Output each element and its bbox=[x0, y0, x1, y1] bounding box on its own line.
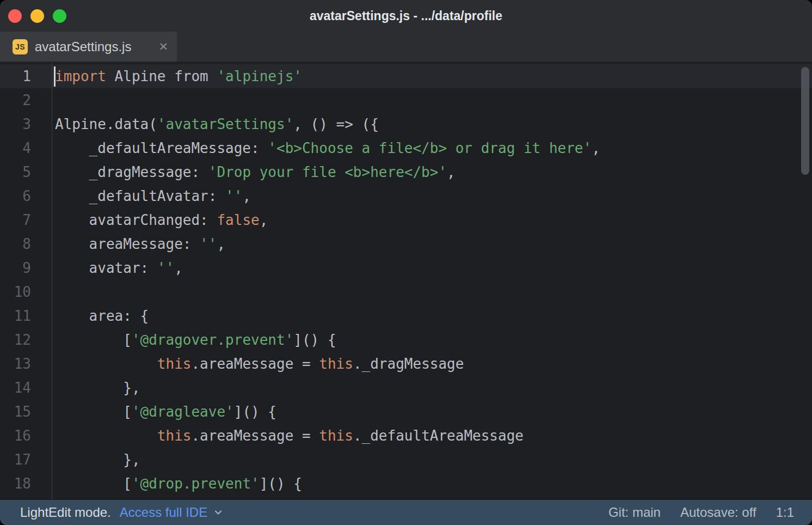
code-text: this.areaMessage = this._dragMessage bbox=[52, 352, 464, 376]
code-line[interactable]: 9 avatar: '', bbox=[0, 256, 812, 280]
caret-position[interactable]: 1:1 bbox=[776, 505, 794, 520]
code-line[interactable]: 4 _defaultAreaMessage: '<b>Choose a file… bbox=[0, 136, 812, 160]
line-number: 13 bbox=[0, 352, 52, 376]
code-line[interactable]: 16 this.areaMessage = this._defaultAreaM… bbox=[0, 424, 812, 448]
code-line[interactable]: 10 bbox=[0, 280, 812, 304]
code-text: ['@drop.prevent']() { bbox=[52, 472, 302, 496]
code-line[interactable]: 2 bbox=[0, 88, 812, 112]
line-number: 16 bbox=[0, 424, 52, 448]
line-number: 3 bbox=[0, 112, 52, 136]
code-line[interactable]: 17 }, bbox=[0, 448, 812, 472]
line-number: 18 bbox=[0, 472, 52, 496]
line-number: 9 bbox=[0, 256, 52, 280]
code-line[interactable]: 14 }, bbox=[0, 376, 812, 400]
gutter-separator bbox=[52, 62, 52, 500]
chevron-down-icon bbox=[212, 506, 224, 518]
js-file-icon: JS bbox=[13, 39, 28, 54]
window-title: avatarSettings.js - .../data/profile bbox=[0, 9, 812, 23]
code-lines: 1import Alpine from 'alpinejs'23Alpine.d… bbox=[0, 64, 812, 496]
autosave-status[interactable]: Autosave: off bbox=[680, 505, 756, 520]
code-line[interactable]: 5 _dragMessage: 'Drop your file <b>here<… bbox=[0, 160, 812, 184]
code-line[interactable]: 1import Alpine from 'alpinejs' bbox=[0, 64, 812, 88]
code-line[interactable]: 12 ['@dragover.prevent']() { bbox=[0, 328, 812, 352]
close-tab-icon[interactable]: ✕ bbox=[158, 41, 168, 52]
lightedit-mode-label: LightEdit mode. bbox=[20, 505, 111, 520]
code-text: ['@dragleave']() { bbox=[52, 400, 276, 424]
traffic-lights bbox=[0, 9, 66, 23]
code-line[interactable]: 11 area: { bbox=[0, 304, 812, 328]
minimize-window-button[interactable] bbox=[30, 9, 44, 23]
tab-label: avatarSettings.js bbox=[35, 39, 151, 54]
close-window-button[interactable] bbox=[8, 9, 22, 23]
text-caret bbox=[54, 66, 56, 87]
access-full-ide-link[interactable]: Access full IDE bbox=[120, 505, 224, 520]
code-text: _defaultAreaMessage: '<b>Choose a file</… bbox=[52, 136, 600, 160]
code-text: Alpine.data('avatarSettings', () => ({ bbox=[52, 112, 379, 136]
line-number: 10 bbox=[0, 280, 52, 304]
code-line[interactable]: 3Alpine.data('avatarSettings', () => ({ bbox=[0, 112, 812, 136]
status-bar-right: Git: main Autosave: off 1:1 bbox=[608, 505, 794, 520]
code-line[interactable]: 15 ['@dragleave']() { bbox=[0, 400, 812, 424]
code-text: ['@dragover.prevent']() { bbox=[52, 328, 336, 352]
access-full-ide-label: Access full IDE bbox=[120, 505, 207, 520]
line-number: 8 bbox=[0, 232, 52, 256]
line-number: 1 bbox=[0, 64, 52, 88]
line-number: 6 bbox=[0, 184, 52, 208]
code-text: avatarChanged: false, bbox=[52, 208, 268, 232]
git-branch-status[interactable]: Git: main bbox=[608, 505, 661, 520]
code-text: }, bbox=[52, 376, 140, 400]
code-line[interactable]: 18 ['@drop.prevent']() { bbox=[0, 472, 812, 496]
code-text: area: { bbox=[52, 304, 149, 328]
tab-bar: JS avatarSettings.js ✕ bbox=[0, 32, 812, 62]
code-text: avatar: '', bbox=[52, 256, 183, 280]
scrollbar[interactable] bbox=[801, 67, 809, 175]
line-number: 5 bbox=[0, 160, 52, 184]
code-text: _defaultAvatar: '', bbox=[52, 184, 251, 208]
code-text: import Alpine from 'alpinejs' bbox=[52, 64, 302, 88]
code-line[interactable]: 7 avatarChanged: false, bbox=[0, 208, 812, 232]
tab-avatarsettings[interactable]: JS avatarSettings.js ✕ bbox=[0, 32, 177, 62]
line-number: 11 bbox=[0, 304, 52, 328]
line-number: 7 bbox=[0, 208, 52, 232]
status-bar-left: LightEdit mode. Access full IDE bbox=[20, 505, 224, 520]
code-text: _dragMessage: 'Drop your file <b>here</b… bbox=[52, 160, 456, 184]
code-text: areaMessage: '', bbox=[52, 232, 225, 256]
line-number: 17 bbox=[0, 448, 52, 472]
code-line[interactable]: 8 areaMessage: '', bbox=[0, 232, 812, 256]
code-text: }, bbox=[52, 448, 140, 472]
code-line[interactable]: 6 _defaultAvatar: '', bbox=[0, 184, 812, 208]
line-number: 12 bbox=[0, 328, 52, 352]
code-line[interactable]: 13 this.areaMessage = this._dragMessage bbox=[0, 352, 812, 376]
ide-window: avatarSettings.js - .../data/profile JS … bbox=[0, 0, 812, 525]
line-number: 14 bbox=[0, 376, 52, 400]
status-bar: LightEdit mode. Access full IDE Git: mai… bbox=[0, 500, 812, 525]
code-text: this.areaMessage = this._defaultAreaMess… bbox=[52, 424, 524, 448]
titlebar: avatarSettings.js - .../data/profile bbox=[0, 0, 812, 32]
line-number: 15 bbox=[0, 400, 52, 424]
line-number: 2 bbox=[0, 88, 52, 112]
code-editor[interactable]: 1import Alpine from 'alpinejs'23Alpine.d… bbox=[0, 62, 812, 500]
line-number: 4 bbox=[0, 136, 52, 160]
zoom-window-button[interactable] bbox=[53, 9, 66, 23]
